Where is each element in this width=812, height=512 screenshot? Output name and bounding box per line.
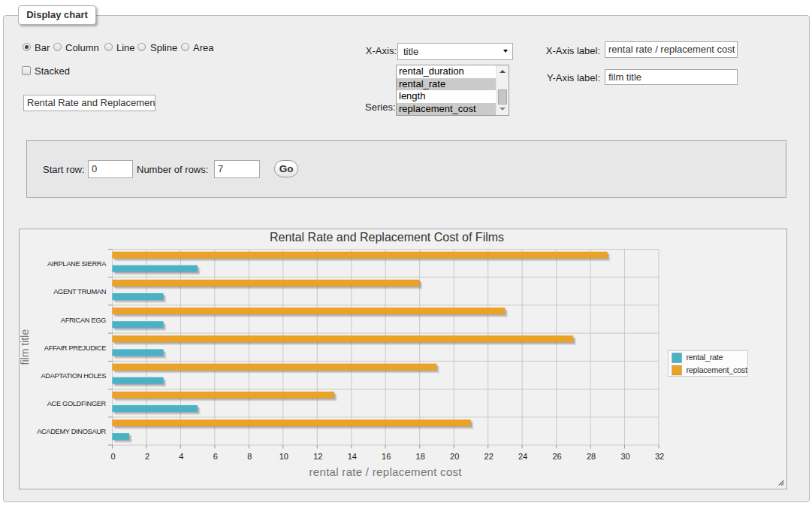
svg-text:0: 0 [110,452,115,461]
svg-text:26: 26 [552,452,561,461]
svg-text:12: 12 [313,452,322,461]
svg-text:4: 4 [179,452,183,461]
svg-text:24: 24 [518,452,527,461]
svg-text:30: 30 [620,452,629,461]
svg-text:8: 8 [247,452,252,461]
svg-text:ACE GOLDFINGER: ACE GOLDFINGER [47,400,107,407]
svg-text:rental_rate: rental_rate [687,353,723,362]
svg-text:Rental Rate and Replacement Co: Rental Rate and Replacement Cost of Film… [270,231,504,244]
svg-text:ADAPTATION HOLES: ADAPTATION HOLES [41,372,106,380]
svg-text:6: 6 [213,452,218,461]
svg-text:AGENT TRUMAN: AGENT TRUMAN [53,288,106,295]
svg-text:AFRICAN EGG: AFRICAN EGG [61,317,106,324]
svg-text:rental rate / replacement cost: rental rate / replacement cost [309,465,463,478]
svg-text:2: 2 [145,452,149,461]
svg-text:16: 16 [382,452,391,461]
svg-text:28: 28 [587,452,596,461]
svg-text:32: 32 [655,452,664,461]
svg-text:replacement_cost: replacement_cost [687,365,748,374]
svg-text:ACADEMY DINOSAUR: ACADEMY DINOSAUR [37,428,106,435]
svg-text:20: 20 [450,452,459,461]
svg-text:14: 14 [348,452,357,461]
svg-text:AFFAIR PREJUDICE: AFFAIR PREJUDICE [44,344,106,352]
svg-text:22: 22 [484,452,494,461]
svg-text:AIRPLANE SIERRA: AIRPLANE SIERRA [47,260,107,268]
svg-text:10: 10 [279,452,288,461]
svg-text:film title: film title [20,329,31,365]
svg-text:18: 18 [416,452,425,461]
